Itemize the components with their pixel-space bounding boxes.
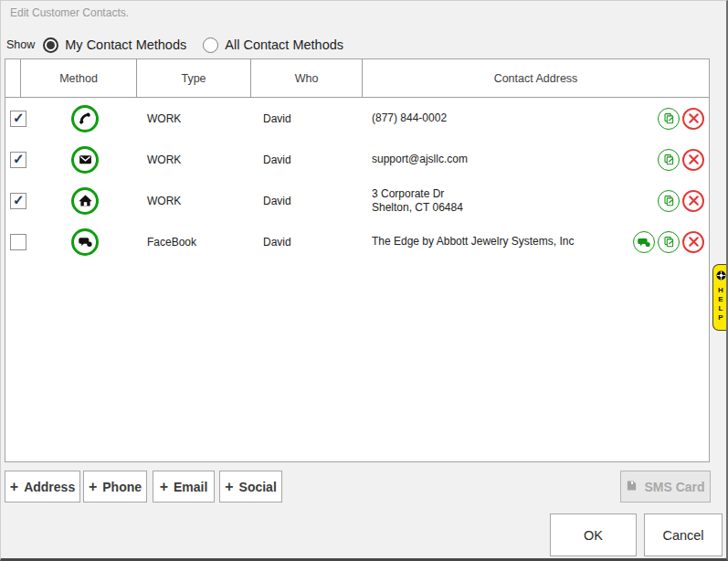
contacts-table: Method Type Who Contact Address WORK Dav… [5, 58, 710, 462]
delete-contact-button[interactable] [682, 149, 704, 171]
row-who: David [251, 236, 363, 249]
header-contact-address: Contact Address [363, 59, 709, 97]
row-checkbox[interactable] [10, 234, 26, 250]
edit-contact-button[interactable] [658, 149, 680, 171]
send-message-button[interactable] [633, 231, 655, 253]
plus-icon: + [10, 479, 18, 495]
show-filter: Show My Contact Methods All Contact Meth… [6, 34, 360, 56]
row-who: David [251, 112, 363, 125]
row-contact-address: The Edge by Abbott Jewelry Systems, Inc [363, 235, 633, 249]
header-checkbox-column [5, 59, 21, 97]
row-type: FaceBook [137, 236, 251, 249]
social-chat-method-icon [71, 228, 99, 256]
row-who: David [251, 153, 363, 166]
sms-card-button[interactable]: SMS Card [620, 471, 711, 503]
home-method-icon [71, 187, 99, 215]
edit-contact-button[interactable] [658, 231, 680, 253]
row-contact-address: support@ajsllc.com [363, 153, 658, 166]
table-row: WORK David 3 Corporate Dr Shelton, CT 06… [5, 180, 709, 221]
row-checkbox[interactable] [10, 152, 26, 168]
phone-method-icon [71, 105, 99, 132]
row-actions [658, 108, 709, 130]
edit-customer-contacts-dialog: Edit Customer Contacts. Show My Contact … [0, 0, 728, 561]
header-type: Type [137, 59, 251, 97]
row-checkbox[interactable] [10, 193, 26, 209]
delete-contact-button[interactable] [682, 108, 704, 130]
table-row: FaceBook David The Edge by Abbott Jewelr… [5, 221, 709, 262]
row-type: WORK [137, 195, 251, 207]
row-type: WORK [137, 153, 251, 166]
dialog-title: Edit Customer Contacts. [10, 6, 129, 19]
sms-card-icon [626, 480, 638, 494]
table-header: Method Type Who Contact Address [5, 59, 709, 98]
help-buoy-icon [716, 268, 726, 284]
row-who: David [251, 195, 363, 207]
edit-contact-button[interactable] [658, 108, 680, 130]
ok-button[interactable]: OK [550, 513, 637, 556]
row-type: WORK [137, 112, 251, 125]
help-tab[interactable]: H E L P [712, 264, 728, 331]
header-method: Method [21, 59, 137, 97]
cancel-button[interactable]: Cancel [644, 513, 723, 556]
add-email-button[interactable]: + Email [153, 471, 215, 503]
add-address-button[interactable]: + Address [5, 471, 80, 503]
row-actions [658, 190, 709, 212]
email-method-icon [71, 146, 99, 174]
row-contact-address: 3 Corporate Dr Shelton, CT 06484 [363, 187, 658, 214]
table-row: WORK David support@ajsllc.com [5, 139, 709, 180]
show-label: Show [6, 38, 35, 51]
row-actions [658, 149, 709, 171]
add-phone-button[interactable]: + Phone [83, 471, 147, 503]
radio-all-contact-methods-label: All Contact Methods [225, 37, 343, 52]
plus-icon: + [89, 479, 97, 495]
plus-icon: + [160, 479, 168, 495]
radio-all-contact-methods[interactable] [203, 37, 218, 53]
add-social-button[interactable]: + Social [219, 471, 282, 503]
delete-contact-button[interactable] [682, 231, 704, 253]
plus-icon: + [225, 479, 233, 495]
radio-my-contact-methods-label: My Contact Methods [65, 37, 186, 52]
row-contact-address: (877) 844-0002 [363, 111, 658, 125]
table-row: WORK David (877) 844-0002 [5, 98, 709, 139]
edit-contact-button[interactable] [658, 190, 680, 212]
row-checkbox[interactable] [10, 111, 26, 127]
delete-contact-button[interactable] [682, 190, 704, 212]
radio-my-contact-methods[interactable] [43, 37, 58, 53]
header-who: Who [251, 59, 363, 97]
row-actions [633, 231, 709, 253]
